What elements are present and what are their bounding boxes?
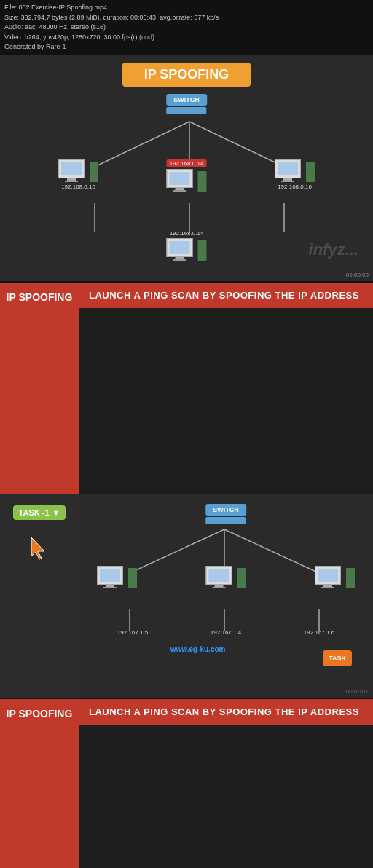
section2-main: LAUNCH A PING SCAN BY SPOOFING THE IP AD… bbox=[79, 699, 373, 869]
info-bar: File: 002 Exercise-IP Spoofing.mp4 Size:… bbox=[0, 0, 373, 55]
svg-marker-6 bbox=[31, 537, 44, 559]
s1-www-label: www.eg-ku.com bbox=[86, 642, 310, 653]
switch-node-s1: SWITCH bbox=[205, 504, 246, 524]
section-1b: TASK -1 ▼ SWITCH bbox=[0, 494, 373, 698]
section1-dropdown-arrow: ▼ bbox=[52, 508, 60, 517]
section1-header: LAUNCH A PING SCAN BY SPOOFING THE IP AD… bbox=[79, 283, 373, 308]
switch-label-s1: SWITCH bbox=[205, 504, 246, 516]
section2-sidebar-label: IP SPOOFING bbox=[7, 708, 73, 719]
section1-diagram: SWITCH bbox=[86, 504, 366, 679]
s1-left-pc bbox=[97, 566, 137, 588]
top-diagram-section: IP SPOOFING SWITCH bbox=[0, 55, 373, 281]
info-line-4: Video: h264, yuv420p, 1280x720, 30.00 fp… bbox=[4, 33, 369, 43]
s1-center-pc bbox=[206, 566, 246, 588]
switch-label-top: SWITCH bbox=[166, 94, 207, 106]
right-ip-top: 192.168.0.16 bbox=[275, 184, 315, 190]
section1-task-label: TASK -1 bbox=[19, 508, 50, 517]
right-pc: 192.168.0.16 bbox=[275, 159, 315, 190]
section1-sidebar: IP SPOOFING bbox=[0, 283, 79, 494]
switch-node-top: SWITCH bbox=[166, 94, 207, 114]
s1-ip3: 192.167.1.6 bbox=[304, 629, 334, 636]
section1-task-dropdown[interactable]: TASK -1 ▼ bbox=[13, 505, 66, 520]
ip-spoofing-title: IP SPOOFING bbox=[122, 63, 251, 87]
center-pc: 192.168.0.14 bbox=[167, 159, 207, 192]
info-line-2: Size: 302,794,7 bytes (2.89 MiB), durati… bbox=[4, 13, 369, 23]
section1-sidebar-label: IP SPOOFING bbox=[7, 291, 73, 303]
top-timestamp: 00:00:03 bbox=[346, 272, 369, 278]
section-2: IP SPOOFING LAUNCH A PING SCAN BY SPOOFI… bbox=[0, 699, 373, 869]
bottom-ip-label: 192.168.0.14 bbox=[167, 230, 207, 237]
section-1: IP SPOOFING LAUNCH A PING SCAN BY SPOOFI… bbox=[0, 283, 373, 494]
s1-right-pc bbox=[315, 566, 355, 588]
section2-header: LAUNCH A PING SCAN BY SPOOFING THE IP AD… bbox=[79, 699, 373, 725]
s1-ip2: 192.167.1.4 bbox=[211, 629, 241, 636]
section1-main: LAUNCH A PING SCAN BY SPOOFING THE IP AD… bbox=[79, 283, 373, 494]
s1-ip-labels: 192.167.1.5 192.167.1.4 192.167.1.6 bbox=[86, 628, 366, 636]
cursor-arrow-1 bbox=[28, 536, 50, 562]
left-ip-top: 192.168.0.15 bbox=[58, 184, 98, 190]
section1-timestamp: 00:00:07 bbox=[346, 688, 369, 695]
section1-content: SWITCH bbox=[79, 494, 373, 698]
info-line-5: Generated by Rare-1 bbox=[4, 42, 369, 52]
section1-sidebar-dark: TASK -1 ▼ bbox=[0, 494, 79, 698]
top-watermark: infyz... bbox=[309, 240, 358, 259]
bottom-pc: 192.168.0.14 bbox=[167, 229, 207, 261]
section2-sidebar: IP SPOOFING bbox=[0, 699, 79, 869]
left-pc: 192.168.0.15 bbox=[58, 159, 98, 190]
info-line-1: File: 002 Exercise-IP Spoofing.mp4 bbox=[4, 3, 369, 13]
info-line-3: Audio: aac, 48000 Hz, stereo (s16) bbox=[4, 23, 369, 33]
s1-ip1: 192.167.1.5 bbox=[117, 629, 148, 636]
